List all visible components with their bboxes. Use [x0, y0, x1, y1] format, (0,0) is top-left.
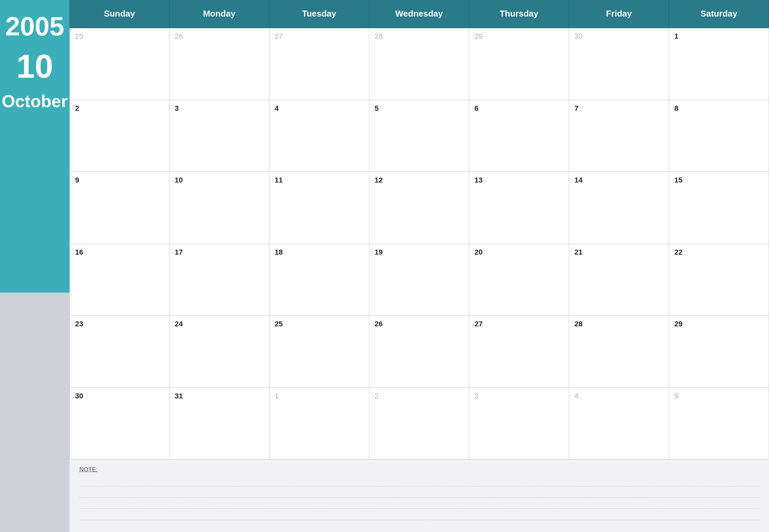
day-cell: 30	[569, 28, 669, 100]
notes-section: NOTE:	[69, 460, 769, 532]
day-cell: 27	[269, 28, 369, 100]
week-row-6: 303112345	[69, 388, 769, 460]
day-cell: 1	[269, 388, 369, 460]
day-cell: 25	[69, 28, 169, 100]
day-cell: 23	[69, 316, 169, 388]
day-number: 7	[574, 104, 579, 112]
notes-label: NOTE:	[79, 466, 759, 473]
day-cell: 27	[469, 316, 569, 388]
sidebar: 2005 10 October	[0, 0, 69, 532]
month-number-label: 10	[16, 50, 53, 83]
day-number: 22	[674, 248, 682, 256]
day-header-monday: Monday	[169, 0, 269, 28]
calendar-grid: SundayMondayTuesdayWednesdayThursdayFrid…	[69, 0, 769, 460]
day-number: 19	[375, 248, 383, 256]
day-number: 21	[574, 248, 583, 256]
week-row-4: 16171819202122	[69, 244, 769, 316]
day-cell: 9	[69, 172, 169, 244]
day-cell: 11	[269, 172, 369, 244]
day-cell: 5	[369, 100, 469, 172]
day-number: 28	[574, 320, 583, 328]
day-cell: 13	[469, 172, 569, 244]
day-cell: 3	[169, 100, 269, 172]
day-cell: 25	[269, 316, 369, 388]
day-header-saturday: Saturday	[669, 0, 769, 28]
day-number: 2	[75, 104, 79, 112]
month-name-label: October	[2, 93, 67, 110]
day-cell: 3	[469, 388, 569, 460]
day-header-thursday: Thursday	[469, 0, 569, 28]
day-cell: 4	[569, 388, 669, 460]
day-cell: 30	[69, 388, 169, 460]
day-cell: 5	[669, 388, 769, 460]
day-number: 3	[474, 392, 478, 400]
day-number: 3	[175, 104, 179, 112]
day-cell: 19	[369, 244, 469, 316]
weeks-container: 2526272829301234567891011121314151617181…	[69, 28, 769, 460]
day-cell: 12	[369, 172, 469, 244]
day-header-sunday: Sunday	[69, 0, 169, 28]
day-number: 13	[474, 176, 482, 184]
day-number: 26	[175, 32, 182, 40]
day-cell: 1	[669, 28, 769, 100]
day-cell: 24	[169, 316, 269, 388]
day-number: 30	[574, 32, 583, 40]
day-cell: 10	[169, 172, 269, 244]
day-cell: 8	[669, 100, 769, 172]
day-number: 18	[275, 248, 283, 256]
week-row-1: 2526272829301	[69, 28, 769, 100]
day-number: 15	[674, 176, 682, 184]
note-line	[79, 511, 759, 520]
day-header-tuesday: Tuesday	[269, 0, 369, 28]
day-number: 25	[275, 320, 283, 328]
day-number: 17	[175, 248, 182, 256]
day-cell: 22	[669, 244, 769, 316]
day-number: 27	[275, 32, 283, 40]
day-number: 8	[674, 104, 678, 112]
day-number: 31	[175, 392, 182, 400]
day-cell: 28	[569, 316, 669, 388]
day-cell: 2	[369, 388, 469, 460]
day-cell: 21	[569, 244, 669, 316]
day-number: 9	[75, 176, 79, 184]
day-cell: 4	[269, 100, 369, 172]
day-cell: 26	[169, 28, 269, 100]
day-number: 28	[375, 32, 383, 40]
day-cell: 31	[169, 388, 269, 460]
week-row-5: 23242526272829	[69, 316, 769, 388]
day-number: 26	[375, 320, 383, 328]
day-number: 29	[674, 320, 682, 328]
day-number: 5	[375, 104, 379, 112]
year-label: 2005	[5, 13, 64, 40]
day-number: 14	[574, 176, 583, 184]
day-number: 25	[75, 32, 83, 40]
day-header-friday: Friday	[569, 0, 669, 28]
day-number: 20	[474, 248, 482, 256]
day-cell: 29	[469, 28, 569, 100]
day-number: 12	[375, 176, 383, 184]
day-cell: 28	[369, 28, 469, 100]
day-cell: 20	[469, 244, 569, 316]
day-number: 29	[474, 32, 482, 40]
day-headers-row: SundayMondayTuesdayWednesdayThursdayFrid…	[69, 0, 769, 28]
day-cell: 14	[569, 172, 669, 244]
note-line	[79, 477, 759, 486]
calendar-area: SundayMondayTuesdayWednesdayThursdayFrid…	[69, 0, 769, 532]
day-number: 5	[674, 392, 678, 400]
week-row-2: 2345678	[69, 100, 769, 172]
day-number: 16	[75, 248, 83, 256]
note-line	[79, 488, 759, 498]
day-number: 1	[275, 392, 279, 400]
day-cell: 15	[669, 172, 769, 244]
week-row-3: 9101112131415	[69, 172, 769, 244]
day-cell: 29	[669, 316, 769, 388]
day-number: 1	[674, 32, 678, 40]
day-number: 23	[75, 320, 83, 328]
day-header-wednesday: Wednesday	[369, 0, 469, 28]
day-number: 2	[375, 392, 379, 400]
day-cell: 16	[69, 244, 169, 316]
day-number: 11	[275, 176, 283, 184]
day-number: 27	[474, 320, 482, 328]
day-cell: 26	[369, 316, 469, 388]
day-cell: 17	[169, 244, 269, 316]
